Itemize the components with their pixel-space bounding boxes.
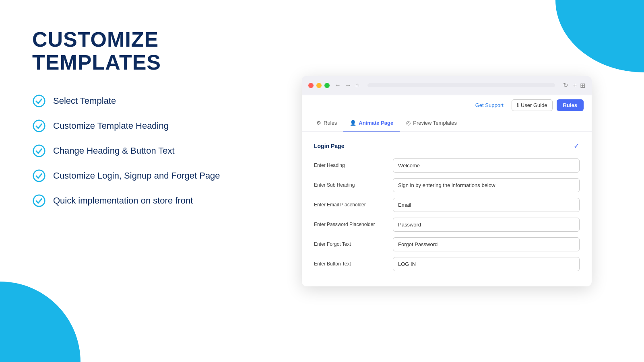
info-icon: ℹ (517, 102, 519, 108)
tab-rules[interactable]: ⚙ Rules (310, 115, 343, 132)
back-icon[interactable]: ← (334, 82, 341, 89)
form-row-button-text: Enter Button Text (314, 257, 580, 271)
person-icon: 👤 (350, 120, 356, 126)
form-input-email-placeholder[interactable] (393, 198, 580, 212)
form-row-email-placeholder: Enter Email Placeholder (314, 198, 580, 212)
section-title: Login Page (314, 143, 344, 149)
form-row-heading: Enter Heading (314, 158, 580, 173)
section-header: Login Page ✓ (314, 142, 580, 150)
eye-icon: ◎ (406, 120, 411, 126)
feature-item-customize-heading: Customize Template Heading (32, 119, 266, 133)
form-row-forgot-text: Enter Forgot Text (314, 237, 580, 251)
form-label-forgot-text: Enter Forgot Text (314, 241, 386, 247)
check-circle-icon (32, 144, 46, 158)
dot-yellow[interactable] (316, 83, 322, 88)
browser-header-bar: Get Support ℹ User Guide Rules (302, 95, 592, 115)
svg-point-1 (33, 120, 45, 132)
browser-nav: ← → ⌂ (334, 82, 359, 89)
tab-preview-templates[interactable]: ◎ Preview Templates (400, 115, 463, 132)
form-label-button-text: Enter Button Text (314, 261, 386, 267)
forward-icon[interactable]: → (345, 82, 351, 89)
svg-point-3 (33, 170, 45, 181)
user-guide-button[interactable]: ℹ User Guide (512, 99, 553, 111)
refresh-icon[interactable]: ↻ (563, 82, 568, 89)
form-input-sub-heading[interactable] (393, 178, 580, 192)
left-panel: CUSTOMIZE TEMPLATES Select Template Cust… (32, 24, 266, 338)
check-mark-icon: ✓ (574, 142, 580, 150)
form-input-password-placeholder[interactable] (393, 218, 580, 232)
browser-tabs: ⚙ Rules 👤 Animate Page ◎ Preview Templat… (302, 115, 592, 132)
feature-text: Customize Template Heading (53, 121, 169, 131)
gear-icon: ⚙ (316, 120, 321, 126)
form-input-heading[interactable] (393, 158, 580, 173)
form-label-heading: Enter Heading (314, 162, 386, 168)
form-fields-container: Enter Heading Enter Sub Heading Enter Em… (314, 158, 580, 271)
form-row-password-placeholder: Enter Password Placeholder (314, 218, 580, 232)
feature-item-select-template: Select Template (32, 94, 266, 108)
check-circle-icon (32, 94, 46, 108)
form-label-sub-heading: Enter Sub Heading (314, 182, 386, 188)
form-label-email-placeholder: Enter Email Placeholder (314, 202, 386, 208)
check-circle-icon (32, 194, 46, 208)
dot-red[interactable] (308, 83, 314, 88)
add-tab-icon[interactable]: + (573, 82, 577, 89)
page-title: CUSTOMIZE TEMPLATES (32, 28, 266, 74)
feature-text: Customize Login, Signup and Forget Page (53, 171, 220, 181)
right-panel: ← → ⌂ ↻ + ⊞ Get Support ℹ User Guide Rul (266, 24, 612, 338)
browser-window: ← → ⌂ ↻ + ⊞ Get Support ℹ User Guide Rul (302, 76, 592, 286)
feature-text: Select Template (53, 96, 116, 106)
check-circle-icon (32, 169, 46, 183)
browser-titlebar: ← → ⌂ ↻ + ⊞ (302, 76, 592, 95)
browser-body: Login Page ✓ Enter Heading Enter Sub Hea… (302, 132, 592, 286)
svg-point-0 (33, 95, 45, 107)
grid-icon[interactable]: ⊞ (580, 82, 585, 89)
feature-item-customize-login: Customize Login, Signup and Forget Page (32, 169, 266, 183)
features-list: Select Template Customize Template Headi… (32, 94, 266, 208)
feature-item-quick-impl: Quick implementation on store front (32, 194, 266, 208)
rules-button[interactable]: Rules (557, 99, 584, 111)
get-support-button[interactable]: Get Support (471, 100, 508, 111)
tab-animate-page[interactable]: 👤 Animate Page (343, 115, 400, 132)
feature-text: Change Heading & Button Text (53, 146, 175, 156)
home-icon[interactable]: ⌂ (355, 82, 359, 89)
feature-item-change-heading: Change Heading & Button Text (32, 144, 266, 158)
browser-dots (308, 83, 330, 88)
check-circle-icon (32, 119, 46, 133)
svg-point-2 (33, 145, 45, 156)
form-label-password-placeholder: Enter Password Placeholder (314, 222, 386, 227)
browser-actions: + ⊞ (573, 82, 585, 89)
svg-point-4 (33, 195, 45, 206)
feature-text: Quick implementation on store front (53, 195, 193, 206)
form-row-sub-heading: Enter Sub Heading (314, 178, 580, 192)
browser-search-bar[interactable] (367, 83, 555, 87)
form-input-forgot-text[interactable] (393, 237, 580, 251)
form-input-button-text[interactable] (393, 257, 580, 271)
dot-green[interactable] (324, 83, 330, 88)
